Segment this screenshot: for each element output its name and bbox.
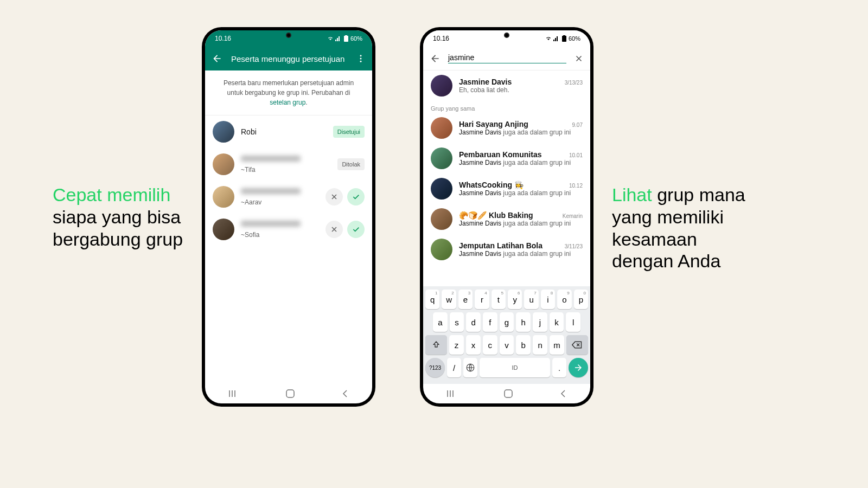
- key-y[interactable]: y6: [508, 290, 522, 309]
- search-bar: jasmine: [423, 47, 590, 70]
- blurred-number: [241, 188, 301, 194]
- group-time: 10.01: [569, 152, 583, 158]
- list-item[interactable]: ~Sofia: [205, 213, 372, 246]
- caption-left-text: siapa yang bisa bergabung grup: [53, 207, 183, 249]
- back-button[interactable]: [430, 53, 441, 64]
- participant-alias: ~Aarav: [241, 198, 319, 206]
- key-go[interactable]: [569, 358, 588, 377]
- group-result[interactable]: Pembaruan Komunitas10.01Jasmine Davis ju…: [423, 143, 590, 174]
- blurred-number: [241, 221, 301, 227]
- group-result[interactable]: 🥐🍞🥖 Klub BakingKemarinJasmine Davis juga…: [423, 204, 590, 234]
- key-d[interactable]: d: [466, 312, 481, 332]
- key-f[interactable]: f: [483, 312, 497, 332]
- contact-message: Eh, coba liat deh.: [459, 86, 583, 94]
- svg-rect-9: [505, 390, 512, 397]
- key-dot[interactable]: .: [552, 358, 566, 377]
- clear-button[interactable]: [574, 54, 584, 63]
- nav-bar: [205, 384, 372, 403]
- group-time: Kemarin: [563, 213, 583, 219]
- key-u[interactable]: u7: [524, 290, 538, 309]
- approve-button[interactable]: [347, 188, 365, 206]
- svg-rect-7: [563, 35, 565, 36]
- key-globe[interactable]: [463, 358, 477, 377]
- results-list: Jasmine Davis3/13/23 Eh, coba liat deh. …: [423, 70, 590, 286]
- battery-icon: [561, 35, 567, 42]
- key-slash[interactable]: /: [447, 358, 461, 377]
- nav-recents-icon[interactable]: [229, 390, 239, 397]
- key-r[interactable]: r4: [475, 290, 489, 309]
- key-n[interactable]: n: [533, 335, 547, 355]
- key-v[interactable]: v: [500, 335, 514, 355]
- phone-approval: 10.16 60% Peserta menunggu persetujuan P…: [202, 27, 375, 407]
- key-symbols[interactable]: ?123: [425, 358, 445, 377]
- group-name: WhatsCooking 👩‍🍳: [459, 181, 524, 189]
- nav-back-icon[interactable]: [342, 389, 348, 398]
- nav-home-icon[interactable]: [504, 389, 513, 398]
- app-bar: Peserta menunggu persetujuan: [205, 47, 372, 70]
- battery-percent: 60%: [569, 35, 580, 42]
- back-button[interactable]: [212, 53, 222, 64]
- key-space[interactable]: ID: [480, 358, 550, 377]
- status-icons: 60%: [545, 35, 580, 42]
- group-settings-link[interactable]: setelan grup: [270, 99, 305, 106]
- group-name: Pembaruan Komunitas: [459, 150, 541, 159]
- key-p[interactable]: p0: [574, 290, 588, 309]
- key-q[interactable]: q1: [425, 290, 439, 309]
- reject-button[interactable]: [326, 221, 343, 238]
- blurred-number: [241, 156, 301, 162]
- caption-right-highlight: Lihat: [612, 184, 652, 205]
- group-result[interactable]: Hari Sayang Anjing9.07Jasmine Davis juga…: [423, 113, 590, 143]
- avatar: [213, 219, 234, 240]
- key-j[interactable]: j: [533, 312, 547, 332]
- key-o[interactable]: o9: [557, 290, 571, 309]
- avatar: [431, 147, 452, 169]
- nav-recents-icon[interactable]: [447, 390, 457, 397]
- key-s[interactable]: s: [450, 312, 464, 332]
- battery-icon: [343, 35, 349, 42]
- key-e[interactable]: e3: [458, 290, 473, 309]
- list-item[interactable]: Robi Disetujui: [205, 115, 372, 148]
- key-z[interactable]: z: [449, 335, 464, 355]
- camera-hole: [286, 33, 291, 38]
- contact-result[interactable]: Jasmine Davis3/13/23 Eh, coba liat deh.: [423, 70, 590, 101]
- group-time: 10.12: [569, 183, 583, 189]
- keyboard: q1w2e3r4t5y6u7i8o9p0 asdfghjkl zxcvbnm ?…: [423, 286, 590, 384]
- pending-list: Robi Disetujui ~Tifa Ditolak ~Aarav ~Sof…: [205, 115, 372, 384]
- wifi-icon: [545, 36, 552, 41]
- group-name: 🥐🍞🥖 Klub Baking: [459, 211, 533, 220]
- reject-button[interactable]: [326, 188, 343, 206]
- caption-left-highlight: Cepat memilih: [53, 184, 170, 205]
- key-b[interactable]: b: [516, 335, 531, 355]
- status-icons: 60%: [327, 35, 362, 42]
- key-shift[interactable]: [425, 335, 447, 355]
- nav-home-icon[interactable]: [286, 389, 295, 398]
- battery-percent: 60%: [350, 35, 362, 42]
- list-item[interactable]: ~Aarav: [205, 181, 372, 213]
- search-input[interactable]: jasmine: [448, 53, 566, 63]
- key-backspace[interactable]: [566, 335, 588, 355]
- key-x[interactable]: x: [466, 335, 481, 355]
- group-result[interactable]: WhatsCooking 👩‍🍳10.12Jasmine Davis juga …: [423, 174, 590, 204]
- key-t[interactable]: t5: [492, 290, 506, 309]
- key-c[interactable]: c: [483, 335, 497, 355]
- phone-search: 10.16 60% jasmine Jasmine Davis3/13/23 E…: [420, 27, 593, 407]
- participant-name: Robi: [241, 127, 327, 136]
- key-g[interactable]: g: [500, 312, 514, 332]
- more-button[interactable]: [356, 54, 366, 63]
- key-h[interactable]: h: [516, 312, 531, 332]
- nav-bar: [423, 384, 590, 403]
- key-l[interactable]: l: [566, 312, 580, 332]
- list-item[interactable]: ~Tifa Ditolak: [205, 148, 372, 181]
- nav-back-icon[interactable]: [560, 389, 566, 398]
- contact-name: Jasmine Davis: [459, 78, 512, 86]
- group-result[interactable]: Jemputan Latihan Bola3/11/23Jasmine Davi…: [423, 234, 590, 265]
- key-i[interactable]: i8: [541, 290, 555, 309]
- key-k[interactable]: k: [550, 312, 564, 332]
- avatar: [431, 178, 452, 200]
- key-w[interactable]: w2: [442, 290, 456, 309]
- contact-time: 3/13/23: [565, 80, 583, 86]
- key-m[interactable]: m: [550, 335, 564, 355]
- approve-button[interactable]: [347, 221, 365, 238]
- wifi-icon: [327, 36, 334, 41]
- key-a[interactable]: a: [433, 312, 448, 332]
